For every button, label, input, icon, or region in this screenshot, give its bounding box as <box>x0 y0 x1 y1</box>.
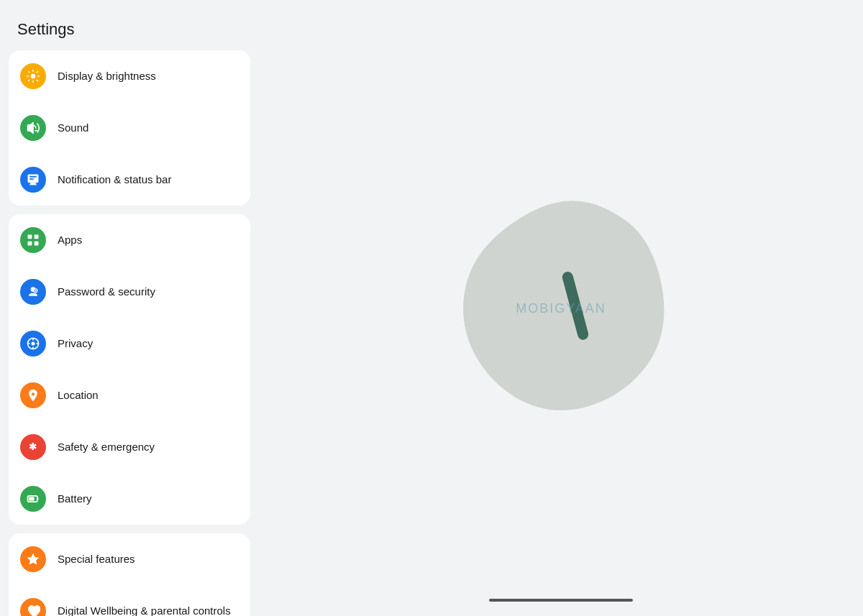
privacy-icon <box>20 331 46 357</box>
privacy-label: Privacy <box>58 336 93 351</box>
display-brightness-label: Display & brightness <box>58 69 156 83</box>
svg-rect-4 <box>28 235 32 239</box>
sidebar-item-location[interactable]: Location <box>9 369 250 421</box>
special-features-label: Special features <box>58 552 135 566</box>
svg-point-11 <box>32 342 35 346</box>
special-features-icon <box>20 546 46 572</box>
svg-text:✱: ✱ <box>29 442 37 452</box>
apps-label: Apps <box>58 233 82 247</box>
sidebar-item-battery[interactable]: Battery <box>9 473 250 525</box>
settings-sidebar: Settings Display & brightness Sound <box>0 0 259 616</box>
sound-label: Sound <box>58 121 88 135</box>
sidebar-item-notification-status-bar[interactable]: Notification & status bar <box>9 154 250 206</box>
battery-label: Battery <box>58 492 92 506</box>
sidebar-item-password-security[interactable]: Password & security <box>9 266 250 318</box>
notification-status-bar-label: Notification & status bar <box>58 173 171 187</box>
svg-point-0 <box>31 74 36 79</box>
digital-wellbeing-label: Digital Wellbeing & parental controls <box>58 604 231 616</box>
display-brightness-icon <box>20 63 46 89</box>
blob-container: MOBIGYAAN <box>410 157 712 459</box>
location-label: Location <box>58 388 99 403</box>
sidebar-item-special-features[interactable]: Special features <box>9 533 250 585</box>
battery-icon <box>20 486 46 512</box>
svg-rect-16 <box>37 497 39 500</box>
sound-icon <box>20 115 46 141</box>
svg-rect-18 <box>561 270 590 341</box>
apps-icon <box>20 227 46 253</box>
sidebar-item-safety-emergency[interactable]: ✱ Safety & emergency <box>9 421 250 473</box>
safety-emergency-label: Safety & emergency <box>58 440 155 454</box>
main-panel: MOBIGYAAN <box>259 0 863 616</box>
svg-rect-7 <box>35 242 39 246</box>
settings-card-2: Apps Password & security Pr <box>9 214 250 525</box>
svg-rect-5 <box>35 235 39 239</box>
bottom-navigation-bar <box>489 599 633 602</box>
sidebar-item-display-brightness[interactable]: Display & brightness <box>9 50 250 102</box>
svg-rect-6 <box>28 242 32 246</box>
password-security-label: Password & security <box>58 285 155 299</box>
digital-wellbeing-icon <box>20 598 46 616</box>
location-icon <box>20 382 46 408</box>
svg-rect-3 <box>29 178 34 180</box>
svg-point-13 <box>32 392 35 395</box>
settings-card-3: Special features Digital Wellbeing & par… <box>9 533 250 616</box>
svg-rect-17 <box>29 497 35 501</box>
notification-status-bar-icon <box>20 167 46 193</box>
sidebar-item-digital-wellbeing[interactable]: Digital Wellbeing & parental controls <box>9 585 250 616</box>
settings-card-1: Display & brightness Sound Notificatio <box>9 50 250 206</box>
sidebar-title: Settings <box>9 0 250 50</box>
sidebar-item-privacy[interactable]: Privacy <box>9 318 250 369</box>
sidebar-item-sound[interactable]: Sound <box>9 102 250 154</box>
sidebar-item-apps[interactable]: Apps <box>9 214 250 266</box>
safety-emergency-icon: ✱ <box>20 434 46 460</box>
svg-rect-2 <box>29 176 37 178</box>
password-security-icon <box>20 279 46 305</box>
